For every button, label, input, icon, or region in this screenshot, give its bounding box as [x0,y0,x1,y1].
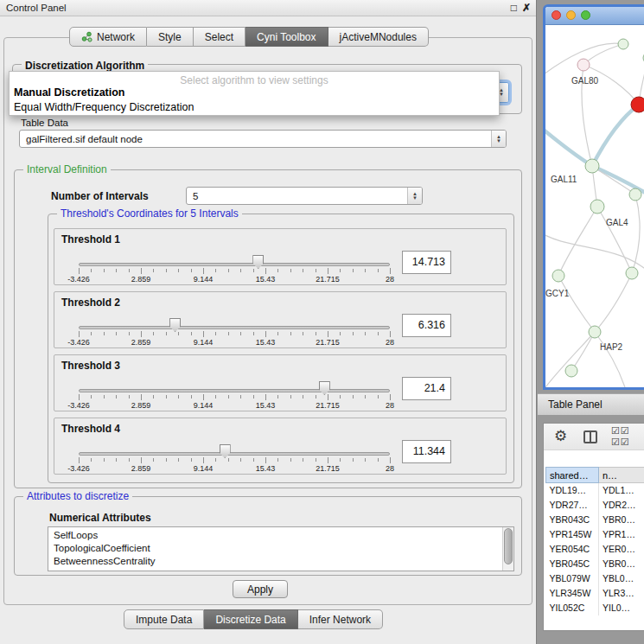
tick-mark [328,331,328,337]
network-edge[interactable] [545,332,595,387]
tick-mark [365,269,366,272]
table-row[interactable]: YER054CYER0… [546,542,644,557]
network-node[interactable] [618,39,628,49]
table-data-combobox[interactable]: galFiltered.sif default node ▲▼ [19,130,507,148]
table-row[interactable]: YBL079WYBL0… [546,571,644,586]
slider-thumb[interactable] [220,444,231,458]
node-table: shared…n… YDL19…YDL1…YDR27…YDR2…YBR043CY… [545,467,644,615]
attributes-listbox[interactable]: SelfLoopsTopologicalCoefficientBetweenne… [48,526,514,571]
threshold-value-field[interactable]: 21.4 [402,377,451,400]
zoom-traffic-light-icon[interactable] [581,10,590,20]
algorithm-option-manual[interactable]: Manual Discretization [14,86,125,99]
tab-label: Infer Network [309,614,371,626]
column-header[interactable]: n… [599,468,644,483]
network-edge[interactable] [595,332,625,387]
network-canvas[interactable]: GAL80GAL11GAL4GCY1HAP2 [545,25,644,387]
network-edge[interactable] [597,207,632,273]
network-node[interactable] [565,365,577,377]
close-icon[interactable]: ✗ [522,2,531,14]
slider-track [79,326,390,329]
table-row[interactable]: YBR045CYBR0… [546,557,644,571]
network-edge[interactable] [592,105,639,166]
tab-cyni-toolbox[interactable]: Cyni Toolbox [245,27,328,47]
gear-icon[interactable]: ⚙ [554,427,567,445]
tick-mark [191,269,192,272]
tab-select[interactable]: Select [194,27,245,47]
network-node[interactable] [626,267,638,279]
attribute-list-item[interactable]: BetweennessCentrality [54,555,513,568]
tick-mark [228,332,229,335]
table-row[interactable]: YIL052CYIL0… [546,601,644,615]
table-data-label: Table Data [21,118,68,128]
number-of-intervals-combobox[interactable]: 5 ▲▼ [186,187,423,205]
select-checkboxes-icon[interactable]: ☑☑ ☑☑ [611,425,630,448]
minimize-traffic-light-icon[interactable] [566,10,576,20]
tab-style[interactable]: Style [147,27,194,47]
table-row[interactable]: YLR345WYLR3… [546,586,644,601]
tick-mark [365,395,366,399]
tick-mark [378,395,379,399]
tick-mark [240,269,241,272]
tick-mark [129,269,130,272]
network-edge[interactable] [583,44,623,65]
tick-mark [79,394,80,400]
algorithm-option-equal-width[interactable]: Equal Width/Frequency Discretization [14,101,194,113]
network-node-gal4[interactable] [590,200,604,214]
threshold-panel-2: Threshold 2-3.4262.8599.14415.4321.71528… [54,291,507,348]
apply-button[interactable]: Apply [233,580,288,598]
table-row[interactable]: YDL19…YDL1… [546,483,644,498]
network-node-hap2[interactable] [589,326,601,338]
tick-mark [316,269,316,272]
network-edge[interactable] [558,276,595,332]
scrollbar-thumb[interactable] [504,528,513,564]
restore-icon[interactable]: □ [511,2,517,14]
network-edge[interactable] [571,332,595,371]
attribute-list-item[interactable]: TopologicalCoefficient [54,542,513,555]
network-node-gal11[interactable] [585,159,599,173]
scale-label: 2.859 [131,401,151,410]
tick-mark [215,269,216,272]
columns-icon[interactable] [583,430,597,443]
tick-mark [253,332,254,335]
combo-stepper-icon[interactable]: ▲▼ [491,131,506,147]
table-row[interactable]: YDR27…YDR2… [546,498,644,513]
tick-mark [353,458,354,462]
threshold-value-field[interactable]: 6.316 [402,314,451,337]
network-node-gal80[interactable] [577,59,590,71]
tick-mark [166,395,167,399]
table-panel-title: Table Panel [548,399,603,411]
tick-mark [277,269,278,272]
bottom-tab-discretize-data[interactable]: Discretize Data [204,609,297,629]
network-node-gcy1[interactable] [552,270,564,282]
tick-mark [215,395,216,399]
tab-network[interactable]: Network [69,27,147,47]
network-edge[interactable] [592,166,635,194]
tick-mark [365,332,366,335]
tick-mark [328,394,328,400]
slider-thumb[interactable] [319,381,330,395]
listbox-scrollbar[interactable] [502,527,513,571]
tick-mark [277,458,278,462]
bottom-tab-infer-network[interactable]: Infer Network [298,609,383,629]
network-edge[interactable] [558,207,597,276]
attribute-list-item[interactable]: SelfLoops [54,529,513,542]
network-edge[interactable] [595,273,632,332]
slider-thumb[interactable] [169,318,181,332]
column-header[interactable]: shared… [546,468,599,483]
slider-thumb[interactable] [252,255,264,269]
close-traffic-light-icon[interactable] [552,10,561,20]
tick-mark [153,332,154,335]
tick-mark [277,395,278,399]
bottom-tab-impute-data[interactable]: Impute Data [124,609,204,629]
tab-jactivemnodules[interactable]: jActiveMNodules [328,27,429,47]
threshold-value-field[interactable]: 11.344 [402,440,451,463]
network-node[interactable] [631,97,644,112]
threshold-value-field[interactable]: 14.713 [402,251,451,274]
table-row[interactable]: YPR145WYPR1… [546,527,644,542]
combo-stepper-icon[interactable]: ▲▼ [407,188,422,204]
table-row[interactable]: YBR043CYBR0… [546,513,644,527]
tick-mark [340,458,341,462]
tick-mark [378,332,379,335]
network-node[interactable] [629,188,641,201]
tick-mark [79,268,80,274]
